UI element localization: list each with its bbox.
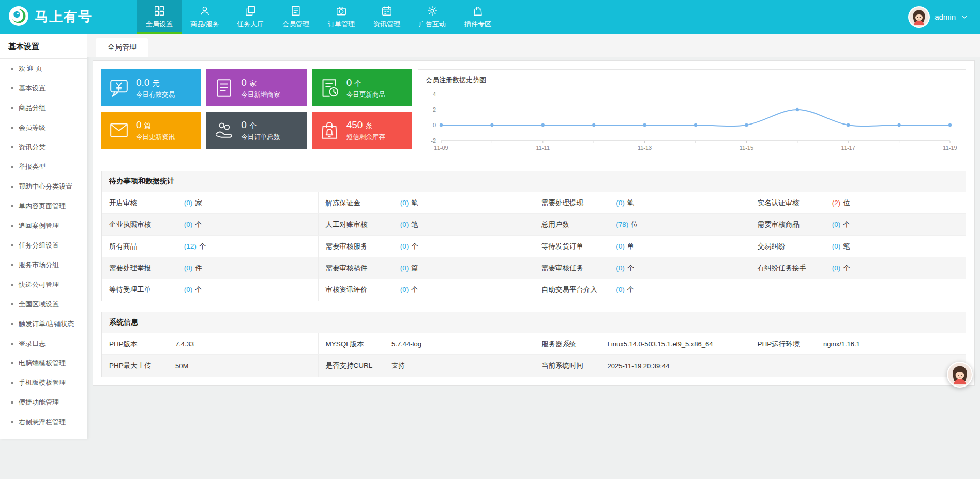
todo-count-link[interactable]: (0) <box>400 264 409 272</box>
sidebar-item-18[interactable]: 右侧悬浮栏管理 <box>0 412 87 432</box>
todo-count-link[interactable]: (0) <box>400 242 409 250</box>
stat-card-value: 0.0 <box>136 77 149 88</box>
todo-cell-2-0: 所有商品(12)个 <box>102 236 318 257</box>
sidebar-item-0[interactable]: 欢 迎 页 <box>0 59 87 79</box>
sysinfo-cell-0-1: MYSQL版本5.7.44-log <box>318 333 534 354</box>
sidebar-item-label: 登录日志 <box>19 339 46 348</box>
todo-cell-4-2: 自助交易平台介入(0)个 <box>534 279 750 301</box>
svg-text:0: 0 <box>433 122 436 128</box>
logo-swirl-icon <box>8 6 29 28</box>
logo[interactable]: 马上有号 <box>0 0 137 34</box>
todo-count-link[interactable]: (0) <box>832 242 841 250</box>
todo-cell-1-3: 需要审核商品(0)个 <box>750 214 966 235</box>
todo-count-link[interactable]: (0) <box>832 264 841 272</box>
todo-value: (0)单 <box>616 236 749 257</box>
todo-count-link[interactable]: (0) <box>400 286 409 293</box>
todo-count-link[interactable]: (2) <box>832 199 841 207</box>
svg-text:11-15: 11-15 <box>740 145 753 151</box>
todo-unit: 家 <box>195 199 202 207</box>
nav-item-1[interactable]: 商品/服务 <box>182 0 228 34</box>
sidebar-item-13[interactable]: 触发订单/店铺状态 <box>0 314 87 334</box>
todo-label: 需要审核商品 <box>750 214 832 235</box>
todo-count-link[interactable]: (0) <box>400 199 409 207</box>
envelope-icon <box>109 120 129 141</box>
sidebar-item-9[interactable]: 任务分组设置 <box>0 236 87 255</box>
stat-card-3[interactable]: 0 篇今日更新资讯 <box>101 112 201 149</box>
todo-value: (0)个 <box>184 214 318 235</box>
sidebar-item-11[interactable]: 快递公司管理 <box>0 275 87 295</box>
nav-item-2[interactable]: 任务大厅 <box>228 0 273 34</box>
todo-count-link[interactable]: (0) <box>184 264 193 272</box>
sidebar-item-2[interactable]: 商品分组 <box>0 98 87 118</box>
todo-cell-0-2: 需要处理提现(0)笔 <box>534 192 750 213</box>
todo-count-link[interactable]: (0) <box>184 286 193 293</box>
todo-count-link[interactable]: (0) <box>616 264 625 272</box>
sidebar-item-12[interactable]: 全国区域设置 <box>0 295 87 314</box>
todo-count-link[interactable]: (0) <box>616 242 625 250</box>
stat-card-0[interactable]: 0.0 元今日有效交易 <box>101 69 201 106</box>
nav-item-6[interactable]: 广告互动 <box>410 0 455 34</box>
sidebar-item-8[interactable]: 追回案例管理 <box>0 216 87 236</box>
sidebar-item-15[interactable]: 电脑端模板管理 <box>0 353 87 373</box>
stat-card-text: 0.0 元今日有效交易 <box>136 77 175 99</box>
stat-card-label: 今日订单总数 <box>241 133 280 142</box>
stat-card-label: 今日更新资讯 <box>136 133 175 142</box>
sidebar-item-label: 全国区域设置 <box>19 300 59 309</box>
service-avatar[interactable] <box>947 362 973 388</box>
todo-count-link[interactable]: (0) <box>616 199 625 207</box>
todo-cell-4-0: 等待受理工单(0)个 <box>102 279 318 301</box>
todo-count-link[interactable]: (0) <box>616 286 625 293</box>
bullet-icon <box>11 107 13 109</box>
todo-row-2: 所有商品(12)个需要审核服务(0)个等待发货订单(0)单交易纠纷(0)笔 <box>102 236 966 257</box>
sidebar-item-label: 触发订单/店铺状态 <box>19 319 74 329</box>
todo-count-link[interactable]: (78) <box>616 221 628 228</box>
yuan-bubble-icon <box>109 78 129 98</box>
todo-cell-0-1: 解冻保证金(0)笔 <box>318 192 534 213</box>
sidebar-item-17[interactable]: 便捷功能管理 <box>0 393 87 412</box>
nav-item-5[interactable]: 资讯管理 <box>364 0 410 34</box>
todo-value: (0)件 <box>184 258 318 279</box>
tab-global-management[interactable]: 全局管理 <box>96 38 148 57</box>
nav-item-0[interactable]: 全局设置 <box>137 0 182 34</box>
nav-item-label: 全局设置 <box>146 20 173 29</box>
user-avatar[interactable] <box>908 6 930 28</box>
sidebar-item-3[interactable]: 会员等级 <box>0 118 87 137</box>
svg-text:11-11: 11-11 <box>536 145 550 151</box>
sidebar-item-6[interactable]: 帮助中心分类设置 <box>0 177 87 196</box>
sidebar-item-16[interactable]: 手机版模板管理 <box>0 373 87 393</box>
sidebar-item-4[interactable]: 资讯分类 <box>0 137 87 157</box>
sidebar-item-14[interactable]: 登录日志 <box>0 334 87 353</box>
todo-row-0: 开店审核(0)家解冻保证金(0)笔需要处理提现(0)笔实名认证审核(2)位 <box>102 192 966 214</box>
todo-count-link[interactable]: (0) <box>832 221 841 228</box>
stat-card-2[interactable]: 0 个今日更新商品 <box>312 69 412 106</box>
sysinfo-value: 支持 <box>391 356 534 376</box>
todo-count-link[interactable]: (0) <box>184 221 193 228</box>
chevron-down-icon[interactable] <box>960 13 969 21</box>
sidebar-item-1[interactable]: 基本设置 <box>0 79 87 98</box>
todo-count-link[interactable]: (12) <box>184 242 197 250</box>
hand-coins-icon <box>214 120 234 141</box>
stat-card-unit: 个 <box>249 121 257 130</box>
todo-count-link[interactable]: (0) <box>400 221 409 228</box>
user-menu[interactable]: admin <box>908 0 980 34</box>
stat-card-4[interactable]: 0 个今日订单总数 <box>206 112 306 149</box>
svg-text:-2: -2 <box>431 137 436 144</box>
nav-item-label: 插件专区 <box>464 20 491 29</box>
stat-card-1[interactable]: 0 家今日新增商家 <box>206 69 306 106</box>
sidebar-item-7[interactable]: 单内容页面管理 <box>0 196 87 216</box>
todo-unit: 个 <box>195 221 202 228</box>
sidebar-item-10[interactable]: 服务市场分组 <box>0 255 87 275</box>
todo-cell-0-3: 实名认证审核(2)位 <box>750 192 966 213</box>
svg-text:4: 4 <box>433 91 436 97</box>
nav-item-3[interactable]: 会员管理 <box>273 0 319 34</box>
todo-unit: 个 <box>843 264 850 272</box>
calendar-icon <box>381 5 393 17</box>
todo-unit: 个 <box>411 286 418 293</box>
todo-count-link[interactable]: (0) <box>184 199 193 207</box>
nav-item-4[interactable]: 订单管理 <box>319 0 364 34</box>
stat-card-5[interactable]: 450 条短信剩余库存 <box>312 112 412 149</box>
nav-item-7[interactable]: 插件专区 <box>455 0 501 34</box>
sidebar-item-5[interactable]: 举报类型 <box>0 157 87 177</box>
nav-item-label: 会员管理 <box>282 20 309 29</box>
sysinfo-cell-1-0: PHP最大上传50M <box>102 355 318 377</box>
